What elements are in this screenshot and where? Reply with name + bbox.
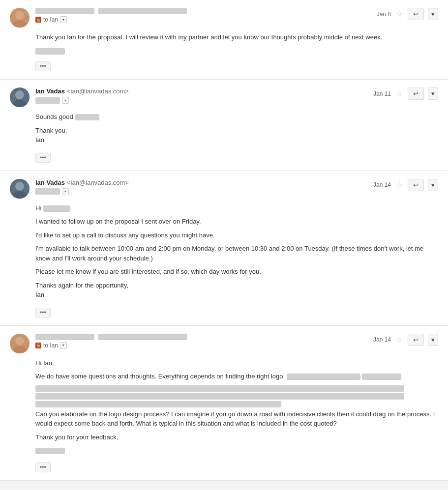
body-text-3-0: Hi: [35, 203, 438, 213]
reply-button-1[interactable]: ↩: [408, 8, 424, 20]
star-button-2[interactable]: ☆: [395, 88, 404, 99]
reply-icon-3: ↩: [413, 181, 418, 189]
meta-right-3: Jan 14 ☆ ↩ ▾: [373, 179, 438, 191]
email-body-4: Hi Ian, We do have some questions and th…: [35, 358, 438, 472]
sender-name-redacted-1: [35, 8, 94, 14]
email-body-3: Hi I wanted to follow up on the proposal…: [35, 203, 438, 317]
redacted-name-2: [75, 114, 99, 120]
to-redacted-2: [35, 97, 60, 104]
star-button-4[interactable]: ☆: [395, 334, 404, 346]
svg-point-1: [15, 11, 24, 20]
date-1: Jan 8: [377, 11, 391, 18]
ellipsis-button-1[interactable]: •••: [35, 61, 51, 71]
sender-email-3: <ian@ianvadas.com>: [67, 179, 129, 186]
email-item-4: 🔒 to Ian ▾ Jan 14 ☆ ↩ ▾ Hi Ian, We do ha…: [0, 326, 448, 481]
reply-icon-2: ↩: [413, 90, 418, 97]
avatar-2: [10, 87, 30, 107]
email-body-2: Sounds good Thank you,Ian •••: [35, 112, 438, 163]
body-text-3-1: I wanted to follow up on the proposal I …: [35, 217, 438, 227]
star-button-1[interactable]: ☆: [395, 8, 404, 20]
sender-info-4: 🔒 to Ian ▾: [35, 334, 187, 349]
email-header-2: Ian Vadas <ian@ianvadas.com> ▾ Jan 11 ☆ …: [10, 87, 438, 107]
sender-email-redacted-1: [98, 8, 187, 14]
to-line-4: 🔒 to Ian ▾: [35, 342, 187, 349]
more-button-4[interactable]: ▾: [428, 334, 438, 346]
email-item-3: Ian Vadas <ian@ianvadas.com> ▾ Jan 14 ☆ …: [0, 171, 448, 326]
sender-name-3: Ian Vadas: [35, 179, 65, 186]
date-2: Jan 11: [373, 90, 391, 97]
to-dropdown-1[interactable]: ▾: [60, 16, 67, 23]
reply-button-2[interactable]: ↩: [408, 87, 424, 100]
sender-email-redacted-4: [98, 334, 187, 340]
meta-right-2: Jan 11 ☆ ↩ ▾: [373, 87, 438, 100]
sender-info-1: 🔒 to Ian ▾: [35, 8, 187, 23]
body-text-4-3: Thank you for your feedback,: [35, 432, 438, 442]
date-4: Jan 14: [373, 336, 391, 343]
more-button-2[interactable]: ▾: [428, 87, 438, 100]
ellipsis-button-2[interactable]: •••: [35, 153, 51, 163]
body-text-3-5: Thanks again for the opportunity,Ian: [35, 281, 438, 300]
email-left-1: 🔒 to Ian ▾: [10, 8, 377, 28]
body-text-4-0: Hi Ian,: [35, 358, 438, 368]
lock-icon-4: 🔒: [35, 343, 41, 348]
body-text-4-1: We do have some questions and thoughts. …: [35, 372, 438, 381]
svg-point-4: [15, 90, 24, 99]
email-header-3: Ian Vadas <ian@ianvadas.com> ▾ Jan 14 ☆ …: [10, 179, 438, 199]
more-button-1[interactable]: ▾: [428, 8, 438, 20]
to-line-1: 🔒 to Ian ▾: [35, 16, 187, 23]
to-dropdown-4[interactable]: ▾: [60, 342, 67, 349]
body-text-3-4: Please let me know if you are still inte…: [35, 267, 438, 277]
lock-icon-1: 🔒: [35, 17, 41, 23]
meta-right-1: Jan 8 ☆ ↩ ▾: [377, 8, 438, 20]
body-text-2-1: Thank you,Ian: [35, 126, 438, 145]
email-left-4: 🔒 to Ian ▾: [10, 334, 373, 353]
reply-button-4[interactable]: ↩: [408, 334, 424, 346]
to-line-3: ▾: [35, 188, 129, 195]
to-line-2: ▾: [35, 97, 129, 104]
redacted-logo-text-2: [362, 374, 401, 380]
ellipsis-button-3[interactable]: •••: [35, 308, 51, 317]
body-text-3-3: I'm available to talk between 10:00 am a…: [35, 244, 438, 263]
reply-icon-4: ↩: [413, 336, 418, 344]
email-item-2: Ian Vadas <ian@ianvadas.com> ▾ Jan 11 ☆ …: [0, 80, 448, 171]
email-header-4: 🔒 to Ian ▾ Jan 14 ☆ ↩ ▾: [10, 334, 438, 353]
meta-right-4: Jan 14 ☆ ↩ ▾: [373, 334, 438, 346]
reply-icon-1: ↩: [413, 10, 418, 18]
redacted-logo-text: [287, 374, 360, 380]
email-thread: 🔒 to Ian ▾ Jan 8 ☆ ↩ ▾ Thank you Ian for…: [0, 0, 448, 481]
to-text-4: to Ian: [43, 342, 58, 349]
star-button-3[interactable]: ☆: [395, 179, 404, 191]
body-text-2-0: Sounds good: [35, 112, 438, 122]
sender-info-2: Ian Vadas <ian@ianvadas.com> ▾: [35, 87, 129, 104]
body-text-3-2: I'd like to set up a call to discuss any…: [35, 231, 438, 240]
reply-button-3[interactable]: ↩: [408, 179, 424, 191]
more-button-3[interactable]: ▾: [428, 179, 438, 191]
sender-email-2: <ian@ianvadas.com>: [67, 87, 129, 95]
email-item-1: 🔒 to Ian ▾ Jan 8 ☆ ↩ ▾ Thank you Ian for…: [0, 0, 448, 80]
email-left-3: Ian Vadas <ian@ianvadas.com> ▾: [10, 179, 373, 199]
body-text-4-2: Can you elaborate on the logo design pro…: [35, 409, 438, 429]
to-text-1: to Ian: [43, 16, 58, 23]
redacted-sig-1: [35, 48, 65, 55]
redacted-hi-3: [43, 205, 70, 212]
email-body-1: Thank you Ian for the proposal. I will r…: [35, 32, 438, 71]
email-left-2: Ian Vadas <ian@ianvadas.com> ▾: [10, 87, 373, 107]
avatar-1: [10, 8, 30, 28]
redacted-image-row-3: [35, 401, 281, 407]
avatar-3: [10, 179, 30, 199]
body-text-1-0: Thank you Ian for the proposal. I will r…: [35, 32, 438, 42]
email-header-1: 🔒 to Ian ▾ Jan 8 ☆ ↩ ▾: [10, 8, 438, 28]
redacted-image-row-1: [35, 385, 404, 392]
svg-point-10: [15, 337, 24, 346]
to-dropdown-2[interactable]: ▾: [62, 97, 69, 104]
date-3: Jan 14: [373, 181, 391, 188]
svg-point-7: [15, 182, 24, 191]
sender-name-2: Ian Vadas: [35, 87, 65, 95]
to-redacted-3: [35, 188, 60, 195]
to-dropdown-3[interactable]: ▾: [62, 188, 69, 195]
ellipsis-button-4[interactable]: •••: [35, 462, 51, 472]
sender-name-redacted-4: [35, 334, 94, 340]
sender-info-3: Ian Vadas <ian@ianvadas.com> ▾: [35, 179, 129, 195]
avatar-4: [10, 334, 30, 353]
redacted-sig-4: [35, 448, 65, 454]
